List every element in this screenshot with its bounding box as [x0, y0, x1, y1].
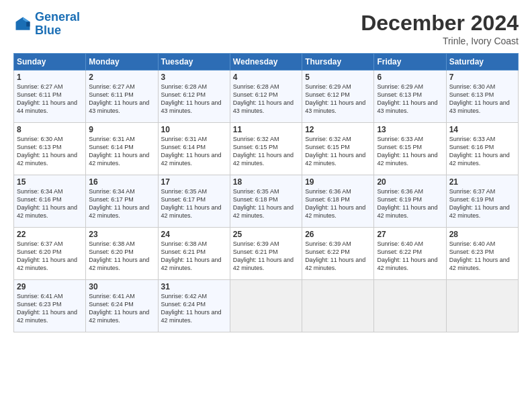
day-info: Sunrise: 6:29 AMSunset: 6:13 PMDaylight:…: [377, 83, 443, 116]
calendar-day-cell: 24Sunrise: 6:38 AMSunset: 6:21 PMDayligh…: [158, 228, 230, 280]
svg-marker-2: [26, 21, 30, 26]
calendar-day-cell: 1Sunrise: 6:27 AMSunset: 6:11 PMDaylight…: [14, 71, 86, 123]
calendar-day-cell: [374, 280, 446, 332]
day-number: 9: [89, 125, 154, 134]
day-info: Sunrise: 6:31 AMSunset: 6:14 PMDaylight:…: [161, 135, 227, 168]
calendar-day-cell: 2Sunrise: 6:27 AMSunset: 6:11 PMDaylight…: [86, 71, 158, 123]
calendar-week-row: 1Sunrise: 6:27 AMSunset: 6:11 PMDaylight…: [14, 71, 519, 123]
day-info: Sunrise: 6:33 AMSunset: 6:15 PMDaylight:…: [377, 135, 443, 168]
day-number: 16: [89, 177, 154, 187]
day-number: 11: [233, 125, 299, 134]
page-container: General Blue December 2024 Trinle, Ivory…: [0, 0, 532, 339]
day-info: Sunrise: 6:33 AMSunset: 6:16 PMDaylight:…: [449, 135, 515, 168]
day-info: Sunrise: 6:32 AMSunset: 6:15 PMDaylight:…: [233, 135, 299, 168]
day-info: Sunrise: 6:39 AMSunset: 6:22 PMDaylight:…: [305, 240, 371, 273]
day-number: 1: [17, 73, 83, 82]
day-number: 20: [377, 177, 443, 187]
col-tuesday: Tuesday: [158, 54, 230, 71]
col-sunday: Sunday: [14, 54, 86, 71]
calendar-day-cell: 14Sunrise: 6:33 AMSunset: 6:16 PMDayligh…: [446, 123, 518, 175]
calendar-day-cell: 4Sunrise: 6:28 AMSunset: 6:12 PMDaylight…: [230, 71, 302, 123]
calendar-day-cell: 21Sunrise: 6:37 AMSunset: 6:19 PMDayligh…: [446, 175, 518, 228]
calendar-day-cell: 9Sunrise: 6:31 AMSunset: 6:14 PMDaylight…: [86, 123, 158, 175]
day-info: Sunrise: 6:40 AMSunset: 6:22 PMDaylight:…: [377, 240, 443, 273]
day-info: Sunrise: 6:41 AMSunset: 6:23 PMDaylight:…: [17, 292, 83, 325]
day-number: 10: [161, 125, 227, 134]
calendar-day-cell: 28Sunrise: 6:40 AMSunset: 6:23 PMDayligh…: [446, 228, 518, 280]
calendar-day-cell: [302, 280, 374, 332]
calendar-day-cell: 7Sunrise: 6:30 AMSunset: 6:13 PMDaylight…: [446, 71, 518, 123]
day-number: 15: [17, 177, 83, 187]
calendar-day-cell: [230, 280, 302, 332]
calendar-day-cell: [446, 280, 518, 332]
day-number: 19: [305, 177, 371, 187]
day-info: Sunrise: 6:32 AMSunset: 6:15 PMDaylight:…: [305, 135, 371, 168]
day-number: 7: [449, 73, 515, 82]
day-info: Sunrise: 6:40 AMSunset: 6:23 PMDaylight:…: [449, 240, 515, 273]
day-number: 27: [377, 230, 443, 239]
calendar-day-cell: 17Sunrise: 6:35 AMSunset: 6:17 PMDayligh…: [158, 175, 230, 228]
calendar-day-cell: 5Sunrise: 6:29 AMSunset: 6:12 PMDaylight…: [302, 71, 374, 123]
logo-general: General: [35, 10, 80, 24]
day-info: Sunrise: 6:31 AMSunset: 6:14 PMDaylight:…: [89, 135, 154, 168]
day-number: 21: [449, 177, 515, 187]
day-info: Sunrise: 6:34 AMSunset: 6:16 PMDaylight:…: [17, 187, 83, 220]
day-number: 29: [17, 282, 83, 291]
day-info: Sunrise: 6:38 AMSunset: 6:20 PMDaylight:…: [89, 240, 154, 273]
day-number: 18: [233, 177, 299, 187]
day-number: 8: [17, 125, 83, 134]
logo-text: General Blue: [35, 11, 80, 38]
day-info: Sunrise: 6:35 AMSunset: 6:17 PMDaylight:…: [161, 187, 227, 220]
day-info: Sunrise: 6:28 AMSunset: 6:12 PMDaylight:…: [161, 83, 227, 116]
calendar-day-cell: 10Sunrise: 6:31 AMSunset: 6:14 PMDayligh…: [158, 123, 230, 175]
calendar-day-cell: 6Sunrise: 6:29 AMSunset: 6:13 PMDaylight…: [374, 71, 446, 123]
month-title: December 2024: [361, 11, 519, 36]
day-info: Sunrise: 6:37 AMSunset: 6:19 PMDaylight:…: [449, 187, 515, 220]
day-info: Sunrise: 6:30 AMSunset: 6:13 PMDaylight:…: [17, 135, 83, 168]
day-number: 12: [305, 125, 371, 134]
location-text: Trinle, Ivory Coast: [361, 36, 519, 46]
calendar-day-cell: 13Sunrise: 6:33 AMSunset: 6:15 PMDayligh…: [374, 123, 446, 175]
day-number: 24: [161, 230, 227, 239]
day-info: Sunrise: 6:36 AMSunset: 6:19 PMDaylight:…: [377, 187, 443, 220]
day-info: Sunrise: 6:30 AMSunset: 6:13 PMDaylight:…: [449, 83, 515, 116]
day-info: Sunrise: 6:35 AMSunset: 6:18 PMDaylight:…: [233, 187, 299, 220]
calendar-header-row: Sunday Monday Tuesday Wednesday Thursday…: [14, 54, 519, 71]
day-number: 30: [89, 282, 154, 291]
calendar-week-row: 22Sunrise: 6:37 AMSunset: 6:20 PMDayligh…: [14, 228, 519, 280]
day-info: Sunrise: 6:27 AMSunset: 6:11 PMDaylight:…: [89, 83, 154, 116]
col-friday: Friday: [374, 54, 446, 71]
calendar-table: Sunday Monday Tuesday Wednesday Thursday…: [13, 53, 519, 332]
calendar-day-cell: 30Sunrise: 6:41 AMSunset: 6:24 PMDayligh…: [86, 280, 158, 332]
calendar-week-row: 29Sunrise: 6:41 AMSunset: 6:23 PMDayligh…: [14, 280, 519, 332]
calendar-day-cell: 27Sunrise: 6:40 AMSunset: 6:22 PMDayligh…: [374, 228, 446, 280]
calendar-day-cell: 3Sunrise: 6:28 AMSunset: 6:12 PMDaylight…: [158, 71, 230, 123]
logo: General Blue: [13, 11, 80, 38]
calendar-day-cell: 8Sunrise: 6:30 AMSunset: 6:13 PMDaylight…: [14, 123, 86, 175]
calendar-day-cell: 15Sunrise: 6:34 AMSunset: 6:16 PMDayligh…: [14, 175, 86, 228]
day-number: 2: [89, 73, 154, 82]
day-number: 13: [377, 125, 443, 134]
day-number: 26: [305, 230, 371, 239]
calendar-day-cell: 12Sunrise: 6:32 AMSunset: 6:15 PMDayligh…: [302, 123, 374, 175]
day-info: Sunrise: 6:37 AMSunset: 6:20 PMDaylight:…: [17, 240, 83, 273]
day-info: Sunrise: 6:29 AMSunset: 6:12 PMDaylight:…: [305, 83, 371, 116]
calendar-day-cell: 11Sunrise: 6:32 AMSunset: 6:15 PMDayligh…: [230, 123, 302, 175]
logo-blue: Blue: [35, 24, 61, 37]
day-info: Sunrise: 6:34 AMSunset: 6:17 PMDaylight:…: [89, 187, 154, 220]
calendar-day-cell: 22Sunrise: 6:37 AMSunset: 6:20 PMDayligh…: [14, 228, 86, 280]
calendar-day-cell: 18Sunrise: 6:35 AMSunset: 6:18 PMDayligh…: [230, 175, 302, 228]
day-number: 14: [449, 125, 515, 134]
day-info: Sunrise: 6:38 AMSunset: 6:21 PMDaylight:…: [161, 240, 227, 273]
day-info: Sunrise: 6:39 AMSunset: 6:21 PMDaylight:…: [233, 240, 299, 273]
day-number: 31: [161, 282, 227, 291]
title-block: December 2024 Trinle, Ivory Coast: [361, 11, 519, 46]
col-saturday: Saturday: [446, 54, 518, 71]
day-number: 4: [233, 73, 299, 82]
day-number: 5: [305, 73, 371, 82]
day-number: 28: [449, 230, 515, 239]
day-number: 17: [161, 177, 227, 187]
day-info: Sunrise: 6:42 AMSunset: 6:24 PMDaylight:…: [161, 292, 227, 325]
calendar-week-row: 15Sunrise: 6:34 AMSunset: 6:16 PMDayligh…: [14, 175, 519, 228]
calendar-day-cell: 23Sunrise: 6:38 AMSunset: 6:20 PMDayligh…: [86, 228, 158, 280]
